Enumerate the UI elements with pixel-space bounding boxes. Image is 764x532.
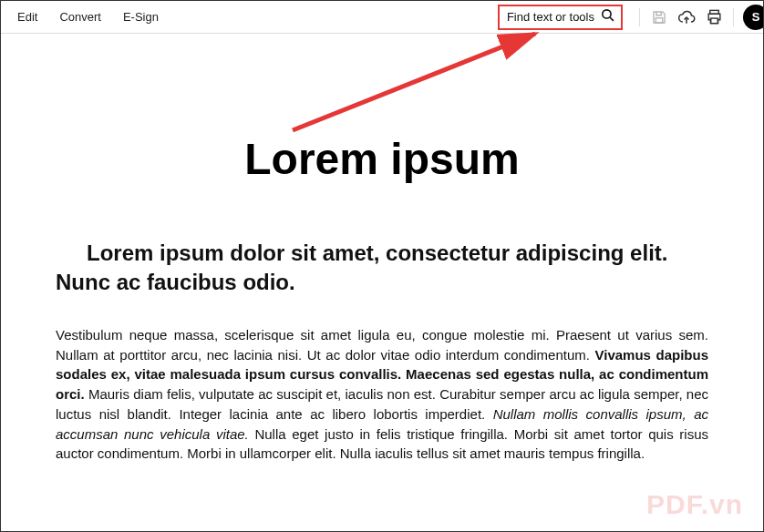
svg-rect-4 bbox=[710, 18, 718, 24]
print-icon[interactable] bbox=[700, 4, 728, 31]
document-heading: Lorem ipsum dolor sit amet, consectetur … bbox=[56, 239, 708, 298]
document-paragraph: Vestibulum neque massa, scelerisque sit … bbox=[56, 325, 708, 464]
search-placeholder: Find text or tools bbox=[507, 10, 594, 24]
menu-edit[interactable]: Edit bbox=[8, 6, 46, 27]
menu-esign[interactable]: E-Sign bbox=[114, 6, 168, 27]
search-icon bbox=[600, 7, 615, 26]
svg-point-0 bbox=[603, 10, 611, 18]
svg-rect-2 bbox=[656, 17, 663, 22]
watermark: PDF.vn bbox=[646, 489, 743, 520]
menu-group: Edit Convert E-Sign bbox=[8, 6, 168, 27]
avatar[interactable]: S bbox=[743, 5, 764, 30]
save-icon bbox=[645, 4, 673, 31]
cloud-upload-icon[interactable] bbox=[673, 4, 700, 31]
search-box[interactable]: Find text or tools bbox=[498, 5, 623, 30]
divider bbox=[639, 8, 640, 26]
svg-line-1 bbox=[610, 17, 614, 21]
document-title: Lorem ipsum bbox=[1, 134, 763, 184]
document-viewport: Lorem ipsum Lorem ipsum dolor sit amet, … bbox=[1, 34, 763, 531]
divider bbox=[733, 8, 734, 26]
toolbar: Edit Convert E-Sign Find text or tools bbox=[1, 1, 763, 34]
menu-convert[interactable]: Convert bbox=[50, 6, 110, 27]
